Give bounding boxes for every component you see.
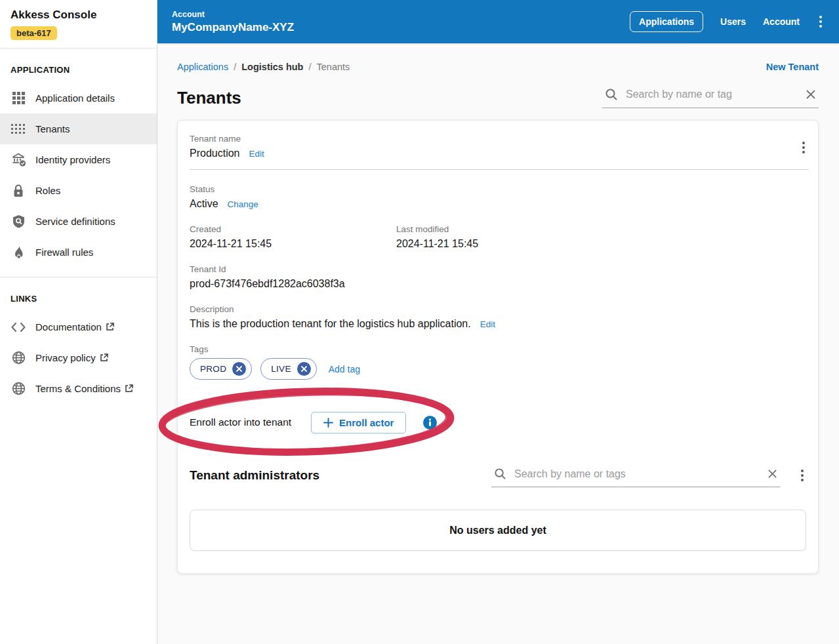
remove-tag-icon[interactable] xyxy=(297,362,311,376)
account-name: MyCompanyName-XYZ xyxy=(172,21,294,34)
status-label: Status xyxy=(190,184,806,194)
sidebar-link-terms-conditions[interactable]: Terms & Conditions xyxy=(0,373,157,404)
sidebar: Akkess Console beta-617 APPLICATION Appl… xyxy=(0,0,157,644)
created-group: Created 2024-11-21 15:45 xyxy=(190,224,396,250)
enroll-actor-label: Enroll actor into tenant xyxy=(190,416,291,428)
administrators-search-field[interactable] xyxy=(491,464,780,487)
plus-icon xyxy=(323,418,333,428)
tag-chip-prod: PROD xyxy=(190,358,252,380)
code-icon xyxy=(10,319,26,335)
page-title: Tenants xyxy=(177,88,241,108)
sidebar-item-label: Service definitions xyxy=(35,216,115,227)
enroll-actor-button-label: Enroll actor xyxy=(339,417,394,428)
sidebar-item-identity-providers[interactable]: Identity providers xyxy=(0,144,157,175)
sidebar-link-label: Terms & Conditions xyxy=(35,383,121,394)
flame-icon xyxy=(10,245,26,260)
nav-applications-button[interactable]: Applications xyxy=(630,11,703,32)
account-block: Account MyCompanyName-XYZ xyxy=(172,10,294,34)
add-tag-link[interactable]: Add tag xyxy=(329,364,360,374)
created-value: 2024-11-21 15:45 xyxy=(190,238,396,250)
sidebar-item-service-definitions[interactable]: Service definitions xyxy=(0,206,157,237)
globe-icon xyxy=(10,350,26,366)
edit-tenant-name-link[interactable]: Edit xyxy=(249,149,264,159)
topbar: Applications / Logistics hub / Tenants N… xyxy=(177,62,819,72)
sidebar-item-label: Tenants xyxy=(35,123,70,134)
administrators-search-input[interactable] xyxy=(514,468,767,480)
nav-account-button[interactable]: Account xyxy=(763,16,800,27)
tenant-name-group: Tenant name Production Edit xyxy=(190,134,806,159)
description-value: This is the production tenant for the lo… xyxy=(190,318,471,330)
breadcrumb: Applications / Logistics hub / Tenants xyxy=(177,62,350,72)
clear-search-icon[interactable] xyxy=(767,469,777,479)
tenant-card-kebab-menu-icon[interactable] xyxy=(800,139,808,156)
dates-row: Created 2024-11-21 15:45 Last modified 2… xyxy=(190,224,806,250)
tenant-card: Tenant name Production Edit Status Activ… xyxy=(177,120,819,574)
tenant-id-label: Tenant Id xyxy=(190,264,806,274)
card-divider xyxy=(190,169,809,170)
grid-dots-icon xyxy=(10,121,26,137)
sidebar-item-firewall-rules[interactable]: Firewall rules xyxy=(0,237,157,268)
tenant-id-group: Tenant Id prod-673f476ebdf1282ac6038f3a xyxy=(190,264,806,290)
nav-users-button[interactable]: Users xyxy=(720,16,746,27)
beta-badge: beta-617 xyxy=(10,26,57,40)
lock-icon xyxy=(10,183,26,199)
enroll-actor-row: Enroll actor into tenant Enroll actor xyxy=(190,411,806,433)
bank-check-icon xyxy=(10,152,26,168)
tenant-search-field[interactable] xyxy=(602,84,819,108)
last-modified-label: Last modified xyxy=(396,224,478,234)
external-link-icon xyxy=(106,323,114,331)
last-modified-group: Last modified 2024-11-21 15:45 xyxy=(396,224,478,250)
header-nav: Applications Users Account xyxy=(630,11,825,32)
last-modified-value: 2024-11-21 15:45 xyxy=(396,238,478,250)
sidebar-link-documentation[interactable]: Documentation xyxy=(0,312,157,342)
tenant-search-input[interactable] xyxy=(626,89,806,100)
sidebar-item-label: Firewall rules xyxy=(35,247,93,258)
change-status-link[interactable]: Change xyxy=(228,199,258,209)
administrators-kebab-menu-icon[interactable] xyxy=(798,467,806,484)
sidebar-header: Akkess Console beta-617 xyxy=(0,0,157,48)
sidebar-item-label: Application details xyxy=(35,92,115,104)
status-value: Active xyxy=(190,198,218,210)
description-label: Description xyxy=(190,304,806,314)
description-group: Description This is the production tenan… xyxy=(190,304,806,330)
created-label: Created xyxy=(190,224,396,234)
grid-icon xyxy=(10,91,26,106)
tag-label: PROD xyxy=(200,364,226,374)
app-title: Akkess Console xyxy=(10,9,146,22)
new-tenant-link[interactable]: New Tenant xyxy=(766,62,819,72)
sidebar-item-roles[interactable]: Roles xyxy=(0,175,157,206)
clear-search-icon[interactable] xyxy=(806,89,816,100)
globe-icon xyxy=(10,381,26,397)
search-icon xyxy=(494,468,506,480)
sidebar-item-label: Roles xyxy=(35,185,60,196)
tenant-id-value: prod-673f476ebdf1282ac6038f3a xyxy=(190,278,806,290)
sidebar-link-label: Documentation xyxy=(35,321,102,332)
sidebar-item-label: Identity providers xyxy=(35,154,110,165)
external-link-icon xyxy=(100,353,108,362)
edit-description-link[interactable]: Edit xyxy=(480,319,495,329)
remove-tag-icon[interactable] xyxy=(232,362,246,376)
tags-group: Tags PROD LIVE xyxy=(190,344,806,380)
top-header: Account MyCompanyName-XYZ Applications U… xyxy=(157,0,839,43)
search-icon xyxy=(605,88,618,101)
sidebar-item-application-details[interactable]: Application details xyxy=(0,83,157,113)
sidebar-link-label: Privacy policy xyxy=(35,352,96,363)
application-section-label: APPLICATION xyxy=(0,49,157,83)
tenant-administrators-row: Tenant administrators xyxy=(190,464,806,487)
breadcrumb-tenants: Tenants xyxy=(317,62,350,72)
sidebar-link-privacy-policy[interactable]: Privacy policy xyxy=(0,342,157,373)
sidebar-item-tenants[interactable]: Tenants xyxy=(0,113,157,144)
tags-label: Tags xyxy=(190,344,806,354)
administrators-empty-state: No users added yet xyxy=(190,510,806,551)
breadcrumb-separator: / xyxy=(234,62,236,72)
breadcrumb-logistics-hub[interactable]: Logistics hub xyxy=(241,62,303,72)
breadcrumb-applications[interactable]: Applications xyxy=(177,62,228,72)
enroll-actor-button[interactable]: Enroll actor xyxy=(311,412,406,433)
tag-label: LIVE xyxy=(271,364,291,374)
main-content: Applications / Logistics hub / Tenants N… xyxy=(157,43,839,644)
status-group: Status Active Change xyxy=(190,184,806,210)
info-icon[interactable] xyxy=(423,416,437,430)
header-kebab-menu-icon[interactable] xyxy=(817,13,825,30)
tenant-name-label: Tenant name xyxy=(190,134,806,144)
empty-state-message: No users added yet xyxy=(449,525,546,536)
